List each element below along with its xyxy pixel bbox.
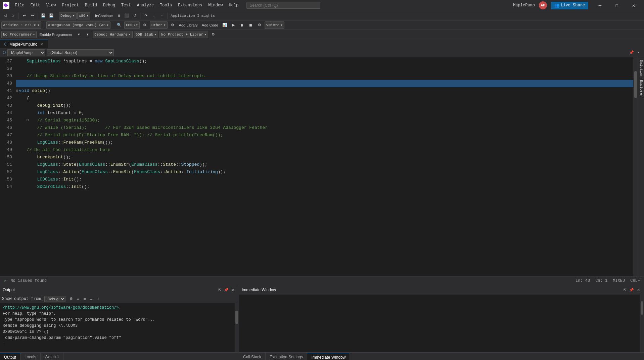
platform-dropdown[interactable]: x86 ▾ xyxy=(77,12,90,19)
menu-help[interactable]: Help xyxy=(226,2,241,9)
step-over[interactable]: ↷ xyxy=(142,12,149,19)
menu-test[interactable]: Test xyxy=(119,2,134,9)
play-button[interactable]: ▶ xyxy=(230,21,237,29)
tab-close-button[interactable]: ✕ xyxy=(39,42,44,47)
mcu-label: ATmega2560 (Mega 2560) (An xyxy=(48,23,106,27)
step-into[interactable]: ↓ xyxy=(150,12,157,19)
wrap-button[interactable]: ↵ xyxy=(88,296,94,302)
tab-output[interactable]: Output xyxy=(0,353,20,360)
board-dropdown[interactable]: Arduino 1.6/1.8 ▾ xyxy=(1,21,41,29)
programmer-dropdown[interactable]: No Programmer ▾ xyxy=(1,31,37,38)
menu-project[interactable]: Project xyxy=(59,2,81,9)
add-library-button[interactable]: Add Library xyxy=(178,21,199,29)
editor-scrollbar[interactable] xyxy=(633,57,638,276)
tab-watch1[interactable]: Watch 1 xyxy=(41,353,64,360)
redo-button[interactable]: ↪ xyxy=(29,12,36,19)
other-dropdown[interactable]: Other ▾ xyxy=(150,21,168,29)
clear-output-button[interactable]: 🗑 xyxy=(68,296,74,302)
tab-locals[interactable]: Locals xyxy=(20,353,41,360)
prog-btn1[interactable]: ▾ xyxy=(75,31,83,38)
vmicro-dropdown[interactable]: vMicro ▾ xyxy=(265,21,284,29)
save-all-button[interactable]: 💾 xyxy=(48,12,55,19)
port-dropdown[interactable]: COM3 ▾ xyxy=(124,21,140,29)
pin-button[interactable]: 📌 xyxy=(629,50,635,56)
float-button[interactable]: ⇱ xyxy=(217,287,223,293)
debug-hardware-dropdown[interactable]: Debug: Hardware ▾ xyxy=(93,31,133,38)
close-button[interactable]: ✕ xyxy=(626,0,641,11)
pause-button[interactable]: ⏸ xyxy=(115,12,122,19)
scrollbar-thumb[interactable] xyxy=(634,71,637,98)
menu-tools[interactable]: Tools xyxy=(157,2,175,9)
no-project-settings[interactable]: ⚙ xyxy=(210,31,217,38)
forward-button[interactable]: ▷ xyxy=(9,12,17,19)
tab-call-stack[interactable]: Call Stack xyxy=(239,353,266,360)
debug-config-dropdown[interactable]: Debug ▾ xyxy=(59,12,77,19)
user-avatar[interactable]: AF xyxy=(539,1,547,9)
tab-immediate-window[interactable]: Immediate Window xyxy=(307,353,350,360)
search-input[interactable] xyxy=(246,2,320,9)
gdb-stub-label: GDB Stub xyxy=(136,33,153,37)
output-title: Output xyxy=(3,288,15,292)
tab-exception-settings[interactable]: Exception Settings xyxy=(266,353,307,360)
menu-analyze[interactable]: Analyze xyxy=(134,2,156,9)
solution-explorer-sidebar[interactable]: Solution Explorer xyxy=(638,57,644,276)
code-line: ⊟void setup() xyxy=(16,87,633,95)
minimize-button[interactable]: — xyxy=(592,0,608,11)
pin-panel-button[interactable]: 📌 xyxy=(223,287,229,293)
immediate-scrollbar-thumb[interactable] xyxy=(641,301,643,315)
stop-button[interactable]: ⬛ xyxy=(123,12,130,19)
menu-file[interactable]: File xyxy=(12,2,27,9)
scope-dropdown[interactable]: (Global Scope) xyxy=(47,49,114,56)
line-number: 44 xyxy=(0,109,12,117)
port-settings-button[interactable]: ⚙ xyxy=(141,21,148,29)
menu-debug[interactable]: Debug xyxy=(100,2,118,9)
search-box[interactable] xyxy=(246,2,320,9)
tab-maple-pump[interactable]: ⬡ MaplePump.ino ✕ xyxy=(0,40,48,48)
prog-btn2[interactable]: ▾ xyxy=(84,31,91,38)
restart-button[interactable]: ↺ xyxy=(131,12,138,19)
line-number: 40 xyxy=(0,80,12,87)
app-insights-label[interactable]: Application Insights xyxy=(169,12,216,19)
menu-build[interactable]: Build xyxy=(82,2,100,9)
live-share-button[interactable]: 👥 Live Share xyxy=(551,2,588,9)
output-source-dropdown[interactable]: Debug xyxy=(44,296,65,302)
add-code-button[interactable]: Add Code xyxy=(200,21,220,29)
settings2-button[interactable]: ⚙ xyxy=(256,21,263,29)
auto-scroll-button[interactable]: ⬇ xyxy=(95,296,101,302)
immediate-float-button[interactable]: ⇱ xyxy=(622,287,628,293)
mcu-dropdown[interactable]: ATmega2560 (Mega 2560) (An ▾ xyxy=(46,21,110,29)
save-button[interactable]: 💾 xyxy=(40,12,47,19)
menu-extensions[interactable]: Extensions xyxy=(175,2,205,9)
line-number: 52 xyxy=(0,168,12,176)
stop-record-button[interactable]: ⏹ xyxy=(247,21,255,29)
menu-view[interactable]: View xyxy=(44,2,59,9)
close-panel-button[interactable]: ✕ xyxy=(230,287,236,293)
step-out[interactable]: ↑ xyxy=(158,12,166,19)
continue-button[interactable]: ▶ Continue xyxy=(94,12,114,19)
collapse-button[interactable]: ▾ xyxy=(635,50,641,56)
no-project-dropdown[interactable]: No Project + Librar ▾ xyxy=(159,31,208,38)
immediate-pin-button[interactable]: 📌 xyxy=(629,287,635,293)
code-content[interactable]: SapLinesClass *sapLines = new SapLinesCl… xyxy=(15,57,633,276)
menu-window[interactable]: Window xyxy=(205,2,225,9)
back-button[interactable]: ◁ xyxy=(1,12,9,19)
filter2-button[interactable]: ⇄ xyxy=(82,296,88,302)
file-dropdown[interactable]: MaplePump xyxy=(7,49,45,56)
record-button[interactable]: ⏺ xyxy=(238,21,246,29)
cursor-line[interactable] xyxy=(3,342,3,346)
code-editor[interactable]: 373839404142434445464748495051525354 Sap… xyxy=(0,57,638,276)
menu-edit[interactable]: Edit xyxy=(28,2,43,9)
maximize-button[interactable]: ❐ xyxy=(609,0,625,11)
output-scrollbar-thumb[interactable] xyxy=(235,311,238,324)
undo-button[interactable]: ↩ xyxy=(20,12,28,19)
immediate-close-button[interactable]: ✕ xyxy=(635,287,641,293)
gdb-stub-dropdown[interactable]: GDB Stub ▾ xyxy=(134,31,158,38)
filter-button[interactable]: ≡ xyxy=(75,296,81,302)
monitor-button[interactable]: 📊 xyxy=(221,21,228,29)
arduino-toolbar: Arduino 1.6/1.8 ▾ ATmega2560 (Mega 2560)… xyxy=(0,20,644,30)
other-settings-button[interactable]: ⚙ xyxy=(169,21,176,29)
chevron-down-icon: ▾ xyxy=(154,32,156,37)
enable-programmer-button[interactable]: Enable Programmer xyxy=(38,31,74,38)
search-port-button[interactable]: 🔍 xyxy=(116,21,123,29)
output-link[interactable]: <http://www.gnu.org/software/gdb/documen… xyxy=(3,305,119,310)
